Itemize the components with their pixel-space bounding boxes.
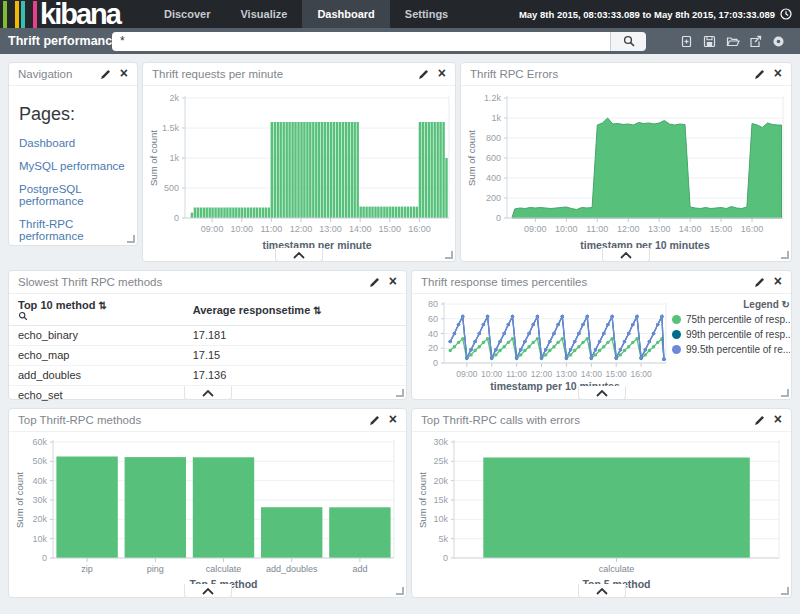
panel-navigation-header[interactable]: Navigation × xyxy=(9,63,137,86)
edit-panel-icon[interactable] xyxy=(369,277,380,288)
resize-handle[interactable] xyxy=(781,251,789,259)
panel-header[interactable]: Top Thrift-RPC methods × xyxy=(9,409,406,432)
save-icon xyxy=(703,35,716,48)
panel-header[interactable]: Thrift requests per minute × xyxy=(143,63,455,86)
edit-panel-icon[interactable] xyxy=(754,415,765,426)
close-panel-icon[interactable]: × xyxy=(774,66,782,80)
new-dashboard-button[interactable] xyxy=(675,35,698,48)
search-column-icon[interactable] xyxy=(18,311,28,321)
svg-text:400: 400 xyxy=(486,173,501,183)
search-button[interactable] xyxy=(610,32,646,51)
close-panel-icon[interactable]: × xyxy=(389,412,397,426)
svg-text:2k: 2k xyxy=(169,93,179,103)
open-folder-icon xyxy=(726,35,740,48)
panel-header[interactable]: Thrift RPC Errors × xyxy=(461,63,791,86)
search-icon xyxy=(623,35,635,47)
svg-text:15:00: 15:00 xyxy=(606,369,628,379)
share-dashboard-button[interactable] xyxy=(744,35,767,48)
panel-title: Thrift response times percentiles xyxy=(421,276,754,288)
svg-text:16:00: 16:00 xyxy=(741,224,764,234)
resize-handle[interactable] xyxy=(445,251,453,259)
close-panel-icon[interactable]: × xyxy=(120,66,128,80)
svg-text:12:00: 12:00 xyxy=(290,224,313,234)
requests-chart[interactable]: 05001k1.5k2k09:0010:0011:0012:0013:0014:… xyxy=(143,86,455,260)
svg-text:600: 600 xyxy=(486,153,501,163)
resize-handle[interactable] xyxy=(781,389,789,397)
svg-text:20k: 20k xyxy=(433,476,448,486)
top-methods-chart[interactable]: 010k20k30k40k50k60kzippingcalculateadd_d… xyxy=(9,432,406,596)
column-header-responsetime[interactable]: Average responsetime⇅ xyxy=(184,294,406,326)
load-dashboard-button[interactable] xyxy=(721,35,744,48)
close-panel-icon[interactable]: × xyxy=(389,274,397,288)
svg-text:20: 20 xyxy=(428,343,438,353)
resize-handle[interactable] xyxy=(127,235,135,243)
percentiles-chart[interactable]: 02040608009:0010:0011:0012:0013:0014:001… xyxy=(412,294,672,399)
kibana-logo[interactable]: kibana xyxy=(0,0,149,28)
chevron-up-icon xyxy=(620,252,632,259)
collapse-panel-button[interactable] xyxy=(602,248,650,262)
svg-text:40k: 40k xyxy=(32,476,47,486)
svg-text:add_doubles: add_doubles xyxy=(266,564,318,574)
close-panel-icon[interactable]: × xyxy=(438,66,446,80)
nav-link-mysql[interactable]: MySQL performance xyxy=(19,160,127,172)
legend-header[interactable]: Legend ↻ xyxy=(672,299,790,310)
resize-handle[interactable] xyxy=(781,587,789,595)
time-range-picker[interactable]: May 8th 2015, 08:03:33.089 to May 8th 20… xyxy=(519,0,800,28)
tab-visualize[interactable]: Visualize xyxy=(225,0,302,28)
legend-item-75th[interactable]: 75th percentile of resp... xyxy=(672,314,790,325)
search-input[interactable] xyxy=(112,32,610,51)
collapse-panel-button[interactable] xyxy=(578,584,626,598)
svg-text:10k: 10k xyxy=(32,534,47,544)
panel-header[interactable]: Top Thrift-RPC calls with errors × xyxy=(412,409,791,432)
resize-handle[interactable] xyxy=(396,389,404,397)
panel-title: Thrift RPC Errors xyxy=(470,68,754,80)
svg-text:200: 200 xyxy=(486,193,501,203)
collapse-panel-button[interactable] xyxy=(184,386,232,400)
legend-item-99th[interactable]: 99th percentile of resp... xyxy=(672,329,790,340)
svg-text:Sum of count: Sum of count xyxy=(466,130,477,186)
edit-panel-icon[interactable] xyxy=(100,69,111,80)
search-input-group xyxy=(112,32,646,51)
legend-item-99-5th[interactable]: 99.5th percentile of re... xyxy=(672,344,790,355)
nav-link-thrift-rpc[interactable]: Thrift-RPC performance xyxy=(19,218,127,242)
edit-panel-icon[interactable] xyxy=(418,69,429,80)
panel-title: Slowest Thrift RPC methods xyxy=(18,276,369,288)
nav-link-dashboard[interactable]: Dashboard xyxy=(19,137,127,149)
nav-link-postgresql[interactable]: PostgreSQL performance xyxy=(19,183,127,207)
time-range-text: May 8th 2015, 08:03:33.089 to May 8th 20… xyxy=(519,9,775,20)
sort-icon[interactable]: ⇅ xyxy=(98,300,106,311)
errors-chart[interactable]: 02004006008001k1.2k09:0010:0011:0012:001… xyxy=(461,86,791,260)
close-panel-icon[interactable]: × xyxy=(774,412,782,426)
svg-text:800: 800 xyxy=(486,133,501,143)
sort-icon[interactable]: ⇅ xyxy=(313,305,321,316)
svg-text:80: 80 xyxy=(428,299,438,309)
svg-text:14:00: 14:00 xyxy=(581,369,603,379)
collapse-panel-button[interactable] xyxy=(578,386,626,400)
collapse-panel-button[interactable] xyxy=(184,584,232,598)
panel-header[interactable]: Thrift response times percentiles × xyxy=(412,271,791,294)
svg-text:13:00: 13:00 xyxy=(648,224,671,234)
table-row: echo_binary17.181 xyxy=(9,326,406,346)
svg-text:14:00: 14:00 xyxy=(349,224,372,234)
tab-dashboard[interactable]: Dashboard xyxy=(302,0,389,28)
collapse-panel-button[interactable] xyxy=(275,248,323,262)
edit-panel-icon[interactable] xyxy=(754,69,765,80)
chevron-up-icon xyxy=(596,390,608,397)
tab-discover[interactable]: Discover xyxy=(149,0,225,28)
save-dashboard-button[interactable] xyxy=(698,35,721,48)
top-calls-errors-chart[interactable]: 05k10k15k20k25k30kcalculateTop 5 methodS… xyxy=(412,432,791,596)
svg-text:0: 0 xyxy=(496,213,501,223)
edit-panel-icon[interactable] xyxy=(369,415,380,426)
svg-text:13:00: 13:00 xyxy=(556,369,578,379)
legend-refresh-icon[interactable]: ↻ xyxy=(782,299,790,310)
column-header-method[interactable]: Top 10 method⇅ xyxy=(9,294,184,326)
tab-settings[interactable]: Settings xyxy=(390,0,463,28)
panel-header[interactable]: Slowest Thrift RPC methods × xyxy=(9,271,406,294)
close-panel-icon[interactable]: × xyxy=(774,274,782,288)
options-button[interactable] xyxy=(767,35,790,48)
edit-panel-icon[interactable] xyxy=(754,277,765,288)
resize-handle[interactable] xyxy=(396,587,404,595)
svg-text:14:00: 14:00 xyxy=(679,224,702,234)
svg-text:12:00: 12:00 xyxy=(531,369,553,379)
share-icon xyxy=(749,35,762,48)
